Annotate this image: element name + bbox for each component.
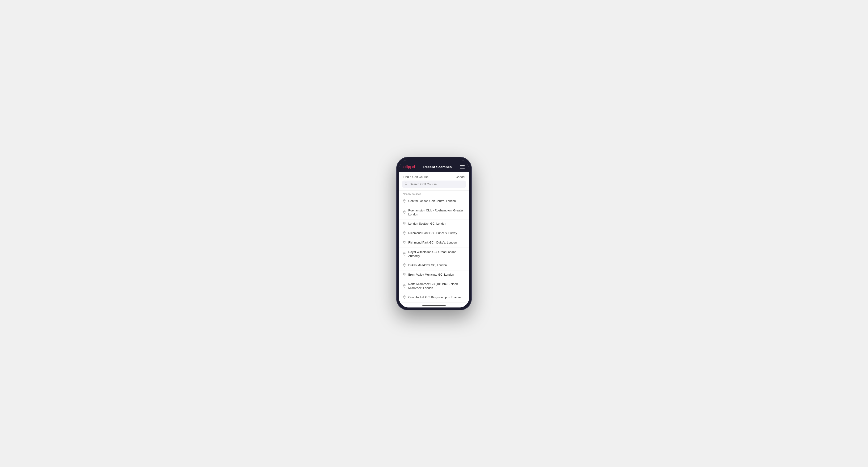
search-icon — [405, 182, 408, 186]
course-name: Coombe Hill GC, Kingston upon Thames — [408, 295, 462, 300]
svg-point-5 — [404, 232, 405, 233]
pin-icon — [403, 263, 406, 268]
pin-icon — [403, 295, 406, 300]
find-bar: Find a Golf Course Cancel — [399, 172, 469, 181]
course-name: Royal Wimbledon GC, Great London Authori… — [408, 250, 465, 258]
courses-section: Nearby courses Central London Golf Centr… — [399, 190, 469, 303]
pin-icon — [403, 284, 406, 289]
pin-icon — [403, 231, 406, 236]
svg-point-6 — [404, 241, 405, 242]
svg-point-0 — [405, 183, 407, 185]
svg-point-7 — [404, 253, 405, 253]
app-header: clippd Recent Searches — [399, 162, 469, 172]
svg-point-3 — [404, 211, 405, 212]
svg-point-2 — [404, 200, 405, 200]
list-item[interactable]: Richmond Park GC - Prince's, Surrey — [399, 229, 469, 238]
list-item[interactable]: Brent Valley Municipal GC, London — [399, 271, 469, 280]
pin-icon — [403, 222, 406, 226]
course-name: Roehampton Club - Roehampton, Greater Lo… — [408, 209, 465, 217]
phone-device: clippd Recent Searches Find a Golf Cours… — [396, 157, 472, 310]
course-name: Brent Valley Municipal GC, London — [408, 273, 454, 277]
phone-screen: clippd Recent Searches Find a Golf Cours… — [399, 160, 469, 308]
course-name: Richmond Park GC - Prince's, Surrey — [408, 231, 457, 236]
course-name: London Scottish GC, London — [408, 222, 446, 226]
search-box — [402, 181, 466, 188]
list-item[interactable]: Richmond Park GC - Duke's, London — [399, 238, 469, 248]
list-item[interactable]: London Scottish GC, London — [399, 219, 469, 229]
pin-icon — [403, 241, 406, 245]
app-logo: clippd — [403, 164, 415, 169]
list-item[interactable]: Coombe Hill GC, Kingston upon Thames — [399, 293, 469, 303]
course-list: Central London Golf Centre, London Roeha… — [399, 197, 469, 303]
hamburger-menu-icon[interactable] — [460, 165, 465, 168]
home-indicator — [399, 303, 469, 308]
content-area: Find a Golf Course Cancel Nearby — [399, 172, 469, 303]
list-item[interactable]: Royal Wimbledon GC, Great London Authori… — [399, 248, 469, 261]
list-item[interactable]: Dukes Meadows GC, London — [399, 261, 469, 271]
list-item[interactable]: Central London Golf Centre, London — [399, 197, 469, 206]
pin-icon — [403, 252, 406, 256]
home-bar — [422, 305, 446, 306]
course-name: North Middlesex GC (1011942 - North Midd… — [408, 282, 465, 290]
pin-icon — [403, 273, 406, 277]
svg-point-8 — [404, 264, 405, 265]
svg-point-9 — [404, 274, 405, 274]
header-title: Recent Searches — [423, 165, 452, 169]
find-label: Find a Golf Course — [403, 175, 429, 179]
status-bar — [399, 160, 469, 162]
list-item[interactable]: Roehampton Club - Roehampton, Greater Lo… — [399, 206, 469, 219]
search-input[interactable] — [410, 182, 463, 186]
pin-icon — [403, 199, 406, 204]
list-item[interactable]: North Middlesex GC (1011942 - North Midd… — [399, 280, 469, 293]
svg-point-10 — [404, 285, 405, 285]
course-name: Dukes Meadows GC, London — [408, 263, 447, 268]
svg-line-1 — [407, 184, 408, 185]
pin-icon — [403, 211, 406, 215]
svg-point-4 — [404, 222, 405, 223]
svg-point-11 — [404, 296, 405, 297]
cancel-button[interactable]: Cancel — [456, 175, 465, 179]
course-name: Central London Golf Centre, London — [408, 199, 456, 204]
search-container — [399, 181, 469, 190]
course-name: Richmond Park GC - Duke's, London — [408, 241, 457, 245]
nearby-section-header: Nearby courses — [399, 190, 469, 197]
